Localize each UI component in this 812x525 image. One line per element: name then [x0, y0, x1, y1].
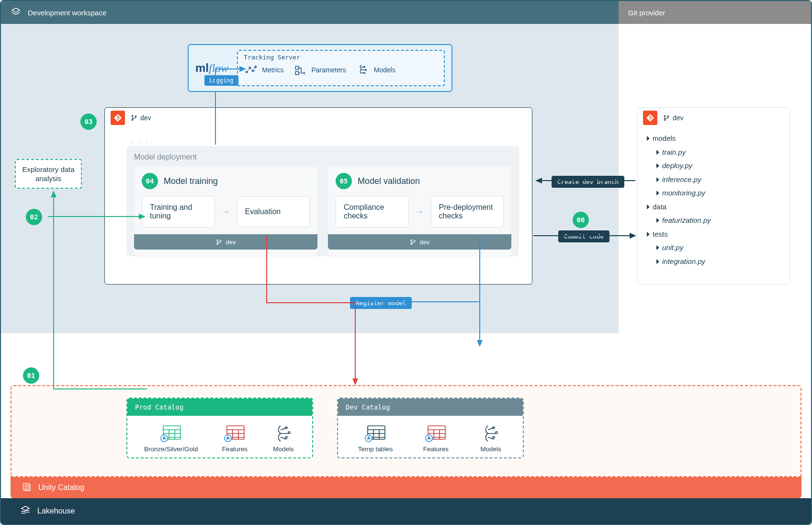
- mlflow-logo: mlflow: [195, 61, 228, 75]
- dev-catalog-header: Dev Catalog: [338, 399, 523, 416]
- file-integration: integration.py: [656, 255, 780, 269]
- tracking-server: Tracking Server Metrics Parameters Model…: [237, 50, 445, 86]
- tracking-metrics: Metrics: [244, 63, 283, 77]
- table-icon: [424, 422, 448, 443]
- svg-rect-5: [296, 66, 299, 69]
- table-icon: [363, 422, 387, 443]
- svg-point-55: [493, 436, 495, 438]
- prod-item-tables: Bronze/Silver/Gold: [144, 422, 198, 453]
- dev-catalog: Dev Catalog Temp tables Features Models: [337, 398, 524, 458]
- catalog-icon: [22, 482, 32, 493]
- dev-item-temp-tables: Temp tables: [358, 422, 393, 453]
- tracking-models: Models: [356, 63, 395, 77]
- repo-panel-git-provider: dev models train.py deploy.py inference.…: [637, 107, 790, 285]
- dev-item-models: Models: [479, 422, 503, 453]
- file-tree: models train.py deploy.py inference.py m…: [637, 128, 789, 272]
- layers-icon: [11, 7, 21, 19]
- file-featurization: featurization.py: [656, 214, 780, 228]
- svg-point-11: [132, 119, 133, 120]
- prod-catalog: Prod Catalog Bronze/Silver/Gold Features…: [126, 398, 313, 458]
- git-icon: [643, 111, 657, 125]
- svg-point-13: [216, 240, 218, 241]
- folder-data: data: [647, 200, 780, 214]
- validation-title: Model validation: [358, 176, 420, 186]
- svg-point-15: [220, 240, 221, 241]
- task-predeploy: Pre-deployment checks: [431, 196, 504, 228]
- tracking-server-title: Tracking Server: [244, 54, 438, 61]
- models-icon: [356, 63, 370, 77]
- file-unit: unit.py: [656, 241, 780, 255]
- arrow-icon: →: [416, 207, 424, 217]
- folder-models: models: [647, 132, 780, 146]
- pill-register-model: Register model: [350, 297, 412, 309]
- svg-point-18: [414, 240, 415, 241]
- dev-item-features: Features: [423, 422, 449, 453]
- file-train: train.py: [656, 146, 780, 160]
- deploy-title: Model deployment: [134, 153, 511, 161]
- model-deployment-card: Model deployment 04 Model training Train…: [126, 146, 519, 256]
- svg-point-14: [216, 243, 218, 244]
- git-icon: [111, 111, 125, 125]
- svg-point-20: [664, 119, 665, 121]
- stack-dots: . . .: [131, 136, 519, 144]
- lakehouse-icon: [20, 505, 31, 517]
- task-compliance: Compliance checks: [336, 196, 409, 228]
- model-validation-panel: 05 Model validation Compliance checks → …: [328, 166, 511, 256]
- svg-point-17: [410, 243, 412, 244]
- step-03: 03: [80, 114, 97, 130]
- file-monitoring: monitoring.py: [656, 186, 780, 200]
- step-01: 01: [23, 367, 39, 384]
- folder-tests: tests: [647, 228, 780, 241]
- svg-point-12: [135, 115, 136, 117]
- branch-label: dev: [131, 114, 151, 122]
- svg-point-19: [664, 115, 665, 116]
- arrow-icon: →: [222, 207, 230, 217]
- prod-catalog-header: Prod Catalog: [127, 399, 312, 416]
- step-02: 02: [26, 209, 42, 225]
- svg-marker-60: [22, 506, 30, 511]
- models-icon: [271, 422, 295, 443]
- task-training-tuning: Training and tuning: [142, 196, 215, 228]
- lakehouse-bar: Lakehouse: [1, 498, 811, 524]
- svg-point-16: [410, 240, 412, 241]
- tracking-parameters: Parameters: [293, 63, 346, 77]
- dev-workspace-title: Development workspace: [28, 9, 106, 17]
- logging-badge: Logging: [204, 75, 238, 86]
- step-06: 06: [573, 212, 589, 228]
- models-icon: [479, 422, 503, 443]
- model-training-panel: 04 Model training Training and tuning → …: [134, 166, 317, 256]
- step-04: 04: [142, 173, 158, 189]
- parameters-icon: [293, 63, 307, 77]
- diagram-root: Development workspace Git provider mlflo…: [0, 0, 812, 525]
- pill-commit-code: Commit code: [558, 230, 609, 242]
- svg-point-4: [255, 66, 256, 68]
- svg-point-38: [285, 436, 287, 438]
- git-provider-title: Git provider: [628, 9, 665, 17]
- training-title: Model training: [164, 176, 218, 186]
- training-footer: dev: [134, 234, 317, 250]
- unity-catalog-bar: Unity Catalog: [11, 477, 801, 498]
- file-deploy: deploy.py: [656, 159, 780, 173]
- unity-catalog-section: Prod Catalog Bronze/Silver/Gold Features…: [11, 385, 801, 498]
- metrics-icon: [244, 63, 258, 77]
- file-inference: inference.py: [656, 173, 780, 187]
- step-05: 05: [336, 173, 352, 189]
- prod-item-features: Features: [222, 422, 248, 453]
- svg-point-21: [667, 116, 669, 117]
- prod-item-models: Models: [271, 422, 295, 453]
- validation-footer: dev: [328, 234, 511, 250]
- branch-label-right: dev: [663, 114, 684, 122]
- unity-body: Prod Catalog Bronze/Silver/Gold Features…: [11, 385, 801, 477]
- exploratory-box: Exploratory data analysis: [15, 159, 82, 189]
- table-icon: [159, 422, 183, 443]
- repo-header: dev: [105, 108, 532, 128]
- git-provider-header: Git provider: [619, 1, 811, 24]
- repo-panel-workspace: dev . . . Model deployment 04 Model trai…: [104, 107, 532, 285]
- pill-create-dev-branch: Create dev branch: [552, 176, 624, 188]
- task-evaluation: Evaluation: [237, 196, 310, 227]
- svg-marker-0: [12, 8, 20, 12]
- card-stack: . . . Model deployment 04 Model training…: [126, 136, 519, 256]
- table-icon: [223, 422, 247, 443]
- svg-point-10: [132, 115, 133, 116]
- svg-rect-6: [296, 71, 299, 75]
